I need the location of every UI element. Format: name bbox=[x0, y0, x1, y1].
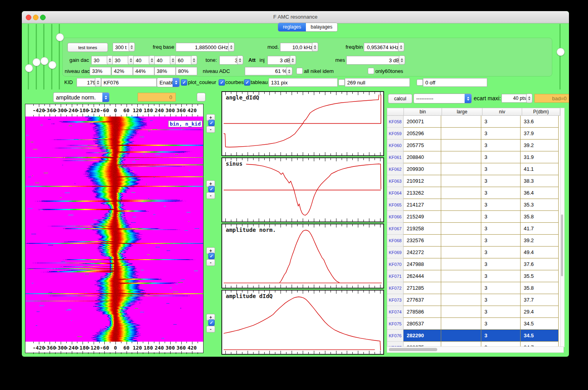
plot-visible-checkbox[interactable]: ✓ bbox=[208, 186, 215, 192]
hscroll-thumb[interactable] bbox=[389, 348, 437, 351]
small-gray-button[interactable] bbox=[197, 93, 206, 101]
plot-minus-button[interactable]: - bbox=[206, 326, 215, 333]
plot-minus-button[interactable]: - bbox=[206, 192, 215, 199]
gain-dac-stepper[interactable] bbox=[191, 55, 197, 65]
plot-minus-button[interactable]: - bbox=[206, 259, 215, 266]
table-cell-kid[interactable]: KF072 bbox=[387, 282, 404, 294]
table-cell-kid[interactable]: KF068 bbox=[387, 235, 404, 247]
table-row[interactable]: KF058200071333.6 bbox=[387, 116, 560, 128]
freq-base-stepper[interactable] bbox=[228, 42, 234, 52]
niveau-dac-field[interactable]: 80% bbox=[176, 67, 197, 75]
dac-slider-knob[interactable] bbox=[48, 61, 56, 69]
table-cell-kid[interactable]: KF060 bbox=[387, 140, 404, 151]
table-cell-kid[interactable]: KF064 bbox=[387, 187, 404, 199]
table-row[interactable]: KF074278586329.4 bbox=[387, 306, 560, 318]
all-nikel-checkbox[interactable] bbox=[296, 68, 303, 74]
calcul-button[interactable]: calcul bbox=[388, 94, 412, 103]
table-cell-kid[interactable]: KF062 bbox=[387, 163, 404, 175]
table-row[interactable]: KF070247988337.6 bbox=[387, 258, 560, 270]
table-row[interactable]: KF060205775339.2 bbox=[387, 140, 560, 151]
null-field[interactable]: 269 null bbox=[345, 78, 410, 87]
freq-bin-field[interactable]: 0,953674 kHz bbox=[364, 43, 401, 52]
table-row[interactable]: KF068232576339.2 bbox=[387, 235, 560, 247]
table-row[interactable]: KF065214127335.3 bbox=[387, 199, 560, 211]
att-mes-stepper[interactable] bbox=[399, 55, 405, 65]
tab-balayages[interactable]: balayages bbox=[306, 23, 337, 31]
table-cell-kid[interactable]: KF061 bbox=[387, 151, 404, 163]
right-slider-knob[interactable] bbox=[557, 48, 565, 56]
null-checkbox[interactable] bbox=[338, 79, 345, 86]
table-row[interactable]: KF077288675334.7 bbox=[387, 342, 560, 346]
kid-name-field[interactable]: KF076 bbox=[101, 78, 157, 87]
freq-bin-stepper[interactable] bbox=[398, 42, 404, 52]
heatmap-canvas[interactable] bbox=[25, 117, 203, 342]
pix-field[interactable]: 131 pix bbox=[269, 78, 338, 87]
table-cell-kid[interactable]: KF075 bbox=[387, 318, 404, 330]
kid-stepper[interactable] bbox=[95, 78, 101, 87]
tableau-checkbox[interactable]: ✓ bbox=[244, 79, 250, 86]
col-large[interactable]: large bbox=[442, 108, 482, 115]
tab-reglages[interactable]: reglages bbox=[278, 23, 306, 31]
table-cell-kid[interactable]: KF059 bbox=[387, 128, 404, 140]
niveau-dac-field[interactable]: 44% bbox=[133, 67, 154, 75]
table-cell-kid[interactable]: KF067 bbox=[387, 223, 404, 235]
ecart-field[interactable]: 40 pts bbox=[502, 94, 528, 103]
table-cell-kid[interactable]: KF058 bbox=[387, 116, 404, 128]
freq-base-field[interactable]: 1,885000 GHz bbox=[176, 43, 231, 52]
table-cell-kid[interactable]: KF071 bbox=[387, 270, 404, 282]
test-tones-button[interactable]: test tones bbox=[67, 43, 108, 52]
col-pdbm[interactable]: P(dbm) bbox=[522, 108, 560, 115]
off-field[interactable]: 0 off bbox=[423, 78, 487, 87]
courbes-checkbox[interactable]: ✓ bbox=[219, 79, 225, 86]
att-inj-stepper[interactable] bbox=[290, 55, 296, 65]
att-mes-field[interactable]: 3 dB bbox=[346, 56, 402, 65]
ecart-stepper[interactable] bbox=[526, 94, 532, 103]
col-niv[interactable]: niv bbox=[482, 108, 522, 115]
table-cell-kid[interactable]: KF070 bbox=[387, 258, 404, 270]
kid-selector-dropdown[interactable]: ---------- bbox=[413, 94, 472, 103]
plot-couleur-checkbox[interactable]: ✓ bbox=[181, 79, 187, 86]
table-row[interactable]: KF076282290334.5 bbox=[387, 330, 560, 342]
mod-field[interactable]: 10,0 kHz bbox=[280, 43, 315, 52]
table-cell-kid[interactable]: KF063 bbox=[387, 175, 404, 187]
table-cell-kid[interactable]: KF069 bbox=[387, 247, 404, 258]
tone-stepper[interactable] bbox=[237, 55, 243, 65]
col-bin[interactable]: bin bbox=[404, 108, 442, 115]
table-row[interactable]: KF071262444335.5 bbox=[387, 270, 560, 282]
table-row[interactable]: KF061208840331.9 bbox=[387, 151, 560, 163]
table-row[interactable]: KF064213262336.4 bbox=[387, 187, 560, 199]
table-vertical-scrollbar[interactable] bbox=[560, 108, 565, 347]
off-checkbox[interactable] bbox=[417, 79, 423, 86]
table-row[interactable]: KF069242272349.4 bbox=[387, 247, 560, 258]
table-cell-kid[interactable]: KF066 bbox=[387, 211, 404, 223]
enable-dropdown[interactable]: Enable bbox=[157, 78, 180, 87]
table-row[interactable]: KF059205296337.9 bbox=[387, 128, 560, 140]
tones-stepper[interactable] bbox=[129, 42, 135, 52]
plot-minus-button[interactable]: - bbox=[206, 126, 215, 133]
plot-visible-checkbox[interactable]: ✓ bbox=[208, 120, 215, 126]
niveau-adc-stepper[interactable] bbox=[286, 67, 292, 75]
table-cell-kid[interactable]: KF065 bbox=[387, 199, 404, 211]
table-row[interactable]: KF062209930341.1 bbox=[387, 163, 560, 175]
table-cell-kid[interactable]: KF077 bbox=[387, 342, 404, 346]
display-mode-dropdown[interactable]: amplitude norm. bbox=[53, 92, 110, 102]
plot-visible-checkbox[interactable]: ✓ bbox=[208, 253, 215, 259]
table-cell-kid[interactable]: KF076 bbox=[387, 330, 404, 342]
vscroll-thumb[interactable] bbox=[561, 214, 563, 276]
niveau-dac-field[interactable]: 33% bbox=[90, 67, 111, 75]
table-cell-kid[interactable]: KF073 bbox=[387, 294, 404, 306]
dac-slider-knob[interactable] bbox=[40, 57, 48, 65]
table-row[interactable]: KF066215249335.8 bbox=[387, 211, 560, 223]
table-row[interactable]: KF073277637337.7 bbox=[387, 294, 560, 306]
niveau-adc-field[interactable]: 61 % bbox=[245, 67, 289, 75]
only60tones-checkbox[interactable] bbox=[368, 68, 374, 74]
table-row[interactable]: KF072271285335.8 bbox=[387, 282, 560, 294]
mod-stepper[interactable] bbox=[312, 42, 318, 52]
table-row[interactable]: KF075280537334.5 bbox=[387, 318, 560, 330]
table-cell-kid[interactable]: KF074 bbox=[387, 306, 404, 318]
table-row[interactable]: KF067219258341.7 bbox=[387, 223, 560, 235]
plot-visible-checkbox[interactable]: ✓ bbox=[208, 319, 215, 326]
dac-slider-knob[interactable] bbox=[33, 58, 40, 66]
table-horizontal-scrollbar[interactable] bbox=[387, 346, 564, 353]
niveau-dac-field[interactable]: 42% bbox=[111, 67, 133, 75]
